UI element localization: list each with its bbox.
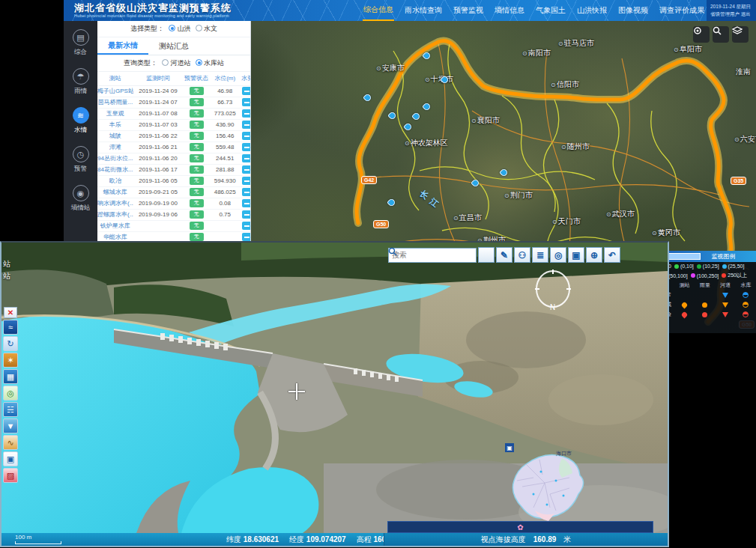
- user-logout[interactable]: 省级管理用户 退出: [710, 10, 756, 18]
- legend-title: 监视图例: [704, 252, 743, 261]
- close-icon[interactable]: ✕: [4, 307, 17, 318]
- radio-mountain-flood[interactable]: 山洪: [169, 24, 191, 34]
- table-row[interactable]: 玉皇观2019-11-07 08无773.025: [97, 108, 251, 119]
- viewer-search-bar: ✎ ⚇ ≣ ◎ ▣ ⊕ ↶: [388, 247, 620, 263]
- table-row[interactable]: 响水调水率(...2019-09-19 00无0.08: [97, 198, 251, 209]
- nav-item-survey-results[interactable]: 调查评价成果: [659, 1, 705, 20]
- trend-steady-icon: [242, 210, 251, 219]
- table-row[interactable]: 潭滩2019-11-06 21无559.48: [97, 141, 251, 153]
- river-danger-icon: [722, 312, 728, 317]
- splash-icon[interactable]: ☵: [3, 402, 18, 417]
- sidebar-label: 综合: [74, 48, 87, 57]
- nav-item-image-video[interactable]: 图像视频: [617, 1, 649, 20]
- query-type-row: 查询类型： 河道站 水库站: [97, 55, 250, 72]
- photo-frame-icon[interactable]: ▣: [3, 451, 18, 466]
- nav-item-warning-monitor[interactable]: 预警监视: [453, 1, 484, 20]
- trend-steady-icon: [242, 121, 251, 129]
- station-table: 测站监测时间 预警状态水位(m) 水势今8水位(m) 梅子山GPS站...201…: [97, 72, 251, 255]
- trend-steady-icon: [242, 132, 251, 140]
- partial-station-label: 站: [3, 271, 10, 281]
- table-row[interactable]: 铁炉星水库无: [97, 220, 251, 231]
- waves-grid-icon[interactable]: ▦: [3, 369, 18, 384]
- nav-item-rain-water-query[interactable]: 雨水情查询: [404, 1, 443, 20]
- tab-latest-water[interactable]: 最新水情: [97, 37, 148, 55]
- nav-item-comprehensive[interactable]: 综合信息: [363, 0, 394, 21]
- table-row[interactable]: 欧冶2019-11-06 05无594.930: [97, 175, 251, 186]
- table-row[interactable]: 丰乐2019-11-07 03无436.90: [97, 119, 251, 130]
- city-label: ⊙信阳市: [551, 79, 579, 90]
- search-input[interactable]: [388, 248, 477, 263]
- trend-steady-icon: [242, 188, 251, 196]
- inset-toggle-icon[interactable]: ▣: [505, 443, 514, 452]
- sidebar-item-warning[interactable]: ◷ 预警: [64, 144, 97, 176]
- river-normal-icon: [722, 293, 728, 298]
- compass-control[interactable]: N: [533, 270, 572, 311]
- inset-city-haikou: 海口市: [556, 450, 572, 457]
- layers-button[interactable]: [732, 26, 749, 43]
- table-row[interactable]: 蹬螺露水率(...2019-09-19 06无0.75: [97, 209, 251, 220]
- table-row[interactable]: 茴马桥雨量...2019-11-24 07无66.73: [97, 97, 251, 108]
- sidebar-item-soil-station[interactable]: ◉ 墒情站: [64, 183, 97, 215]
- search-icon[interactable]: [478, 247, 495, 263]
- trend-steady-icon: [242, 154, 251, 162]
- eye-icon[interactable]: ◎: [550, 247, 566, 263]
- table-row[interactable]: 螺城水库2019-09-21 05无486.025: [97, 186, 251, 198]
- radio-reservoir-station[interactable]: 水库站: [196, 58, 225, 68]
- sand-wave-icon[interactable]: ∿: [3, 435, 18, 450]
- nav-item-meteo-land[interactable]: 气象国土: [535, 1, 566, 20]
- globe-icon[interactable]: ⊕: [586, 247, 602, 263]
- locate-button[interactable]: [693, 26, 710, 43]
- legend-header[interactable]: 监视图例: [658, 251, 756, 262]
- table-row[interactable]: 城陂2019-11-06 22无156.46: [97, 130, 251, 141]
- table-row[interactable]: 84花街微水...2019-11-06 17无281.88: [97, 164, 251, 175]
- scale-bar: 100 m: [15, 534, 61, 544]
- target-icon[interactable]: ◎: [3, 386, 18, 401]
- svg-text:N: N: [550, 303, 555, 311]
- highway-shield: G35: [731, 177, 746, 185]
- scene-3d[interactable]: 站 站 ✎ ⚇ ≣ ◎ ▣ ⊕ ↶: [1, 243, 668, 533]
- map-search-button[interactable]: [713, 26, 729, 43]
- table-row[interactable]: 梅子山GPS站...2019-11-24 09无46.9846.99: [97, 85, 251, 97]
- radio-river-station[interactable]: 河道站: [162, 58, 191, 68]
- city-label: ⊙随州市: [561, 141, 590, 152]
- sidebar-label: 墒情站: [71, 204, 91, 213]
- image-icon[interactable]: ▣: [568, 247, 584, 263]
- date-user-box: 2019-11-24 星期日 省级管理用户 退出: [707, 0, 756, 21]
- sidebar-item-water[interactable]: ≋ 水情: [64, 105, 97, 137]
- screen: 湖北省省级山洪灾害监测预警系统 Hubei provincial mountai…: [0, 0, 756, 548]
- table-row[interactable]: 94丛街水位...2019-11-06 20无244.51: [97, 153, 251, 164]
- swirl-icon[interactable]: ✶: [3, 353, 18, 368]
- sidebar-item-comprehensive[interactable]: ▤ 综合: [64, 27, 97, 59]
- sidebar-label: 预警: [74, 165, 87, 174]
- undo-icon[interactable]: ↶: [604, 247, 620, 263]
- radio-hydrology[interactable]: 水文: [196, 24, 218, 34]
- highway-shield: G42: [361, 176, 377, 184]
- trend-steady-icon: [242, 87, 251, 95]
- trend-steady-icon: [242, 143, 251, 151]
- collapsed-panel-bar[interactable]: ✿: [387, 521, 653, 533]
- highway-shield: G50: [373, 220, 389, 228]
- sidebar-item-rain[interactable]: ☂ 雨情: [64, 66, 97, 98]
- station-warn-icon: [681, 301, 689, 308]
- rain-warn-icon: [702, 302, 707, 308]
- list-icon[interactable]: ≣: [532, 247, 548, 263]
- app-title: 湖北省省级山洪灾害监测预警系统: [74, 3, 232, 13]
- trend-steady-icon: [242, 165, 251, 174]
- city-label: ⊙十堰市: [425, 74, 453, 85]
- app-subtitle: Hubei provincial mountain flood disaster…: [74, 14, 232, 19]
- tab-station-summary[interactable]: 测站汇总: [148, 37, 199, 55]
- nav-item-soil-moisture[interactable]: 墒情信息: [494, 1, 525, 20]
- nav-item-flood-bulletin[interactable]: 山洪快报: [576, 1, 608, 20]
- rotate-icon[interactable]: ↻: [3, 336, 18, 351]
- trend-steady-icon: [242, 177, 251, 185]
- red-chart-icon[interactable]: ▨: [3, 468, 18, 483]
- funnel-icon[interactable]: ▼: [3, 418, 18, 433]
- viewer-status-bar: 100 m 纬度 18.630621 经度 109.074207 高程 160.…: [1, 533, 668, 546]
- station-danger-icon: [681, 311, 689, 318]
- chart-edit-icon[interactable]: ✎: [496, 247, 512, 263]
- webcam-icon[interactable]: ⚇: [514, 247, 530, 263]
- wave-icon[interactable]: ≈: [3, 320, 18, 335]
- reservoir-danger-icon: [743, 311, 749, 317]
- app-header: 湖北省省级山洪灾害监测预警系统 Hubei provincial mountai…: [64, 0, 756, 21]
- inset-overview-map[interactable]: ▣ 海口市 三亚市: [504, 442, 592, 530]
